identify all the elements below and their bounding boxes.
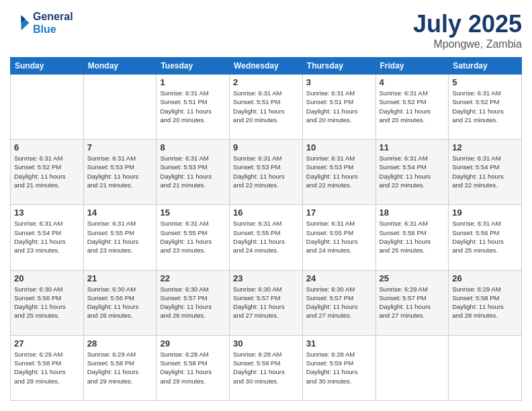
- table-row: 4Sunrise: 6:31 AM Sunset: 5:52 PM Daylig…: [375, 75, 449, 140]
- day-info: Sunrise: 6:31 AM Sunset: 5:53 PM Dayligh…: [233, 154, 299, 189]
- day-info: Sunrise: 6:31 AM Sunset: 5:55 PM Dayligh…: [233, 219, 299, 255]
- table-row: 2Sunrise: 6:31 AM Sunset: 5:51 PM Daylig…: [230, 75, 303, 140]
- day-info: Sunrise: 6:31 AM Sunset: 5:53 PM Dayligh…: [160, 154, 226, 189]
- day-info: Sunrise: 6:30 AM Sunset: 5:56 PM Dayligh…: [87, 285, 153, 320]
- table-row: 1Sunrise: 6:31 AM Sunset: 5:51 PM Daylig…: [157, 75, 230, 140]
- table-row: 31Sunrise: 6:28 AM Sunset: 5:59 PM Dayli…: [302, 335, 375, 400]
- table-row: 29Sunrise: 6:28 AM Sunset: 5:58 PM Dayli…: [157, 335, 230, 400]
- table-row: 24Sunrise: 6:30 AM Sunset: 5:57 PM Dayli…: [302, 270, 375, 335]
- day-number: 28: [87, 338, 153, 349]
- table-row: [11, 75, 84, 140]
- table-row: 9Sunrise: 6:31 AM Sunset: 5:53 PM Daylig…: [230, 140, 303, 205]
- day-number: 13: [14, 208, 80, 218]
- table-row: 30Sunrise: 6:28 AM Sunset: 5:59 PM Dayli…: [230, 335, 303, 400]
- day-number: 9: [233, 142, 299, 152]
- table-row: [449, 335, 522, 400]
- table-row: 15Sunrise: 6:31 AM Sunset: 5:55 PM Dayli…: [157, 205, 230, 270]
- day-number: 29: [160, 338, 226, 349]
- day-number: 2: [233, 77, 299, 87]
- col-wednesday: Wednesday: [230, 58, 303, 75]
- day-info: Sunrise: 6:29 AM Sunset: 5:58 PM Dayligh…: [14, 350, 80, 385]
- table-row: 5Sunrise: 6:31 AM Sunset: 5:52 PM Daylig…: [449, 75, 522, 140]
- day-number: 17: [306, 208, 372, 218]
- table-row: 20Sunrise: 6:30 AM Sunset: 5:56 PM Dayli…: [11, 270, 84, 335]
- day-info: Sunrise: 6:31 AM Sunset: 5:54 PM Dayligh…: [14, 219, 80, 255]
- col-sunday: Sunday: [11, 58, 84, 75]
- logo-text: General Blue: [33, 10, 73, 36]
- calendar-week-row: 6Sunrise: 6:31 AM Sunset: 5:52 PM Daylig…: [11, 140, 522, 205]
- day-number: 16: [233, 208, 299, 218]
- calendar-header-row: Sunday Monday Tuesday Wednesday Thursday…: [11, 58, 522, 75]
- table-row: [83, 75, 157, 140]
- table-row: 23Sunrise: 6:30 AM Sunset: 5:57 PM Dayli…: [230, 270, 303, 335]
- day-number: 10: [306, 142, 372, 152]
- table-row: 10Sunrise: 6:31 AM Sunset: 5:53 PM Dayli…: [302, 140, 375, 205]
- day-info: Sunrise: 6:31 AM Sunset: 5:53 PM Dayligh…: [87, 154, 153, 189]
- table-row: 14Sunrise: 6:31 AM Sunset: 5:55 PM Dayli…: [83, 205, 157, 270]
- table-row: 13Sunrise: 6:31 AM Sunset: 5:54 PM Dayli…: [11, 205, 84, 270]
- day-number: 11: [380, 142, 445, 152]
- logo: General Blue: [10, 10, 73, 36]
- day-number: 1: [160, 77, 226, 87]
- day-info: Sunrise: 6:31 AM Sunset: 5:51 PM Dayligh…: [160, 89, 226, 124]
- title-block: July 2025 Mpongwe, Zambia: [413, 10, 522, 50]
- table-row: 28Sunrise: 6:29 AM Sunset: 5:58 PM Dayli…: [83, 335, 157, 400]
- calendar-week-row: 13Sunrise: 6:31 AM Sunset: 5:54 PM Dayli…: [11, 205, 522, 270]
- day-number: 12: [452, 142, 518, 152]
- day-number: 31: [306, 338, 372, 349]
- day-number: 15: [160, 208, 226, 218]
- day-number: 3: [306, 77, 372, 87]
- day-number: 14: [87, 208, 153, 218]
- day-number: 25: [380, 273, 445, 283]
- day-number: 5: [452, 77, 518, 87]
- day-info: Sunrise: 6:31 AM Sunset: 5:54 PM Dayligh…: [452, 154, 518, 189]
- month-title: July 2025: [413, 10, 522, 38]
- day-info: Sunrise: 6:31 AM Sunset: 5:55 PM Dayligh…: [306, 219, 372, 255]
- table-row: 6Sunrise: 6:31 AM Sunset: 5:52 PM Daylig…: [11, 140, 84, 205]
- col-friday: Friday: [375, 58, 449, 75]
- day-info: Sunrise: 6:31 AM Sunset: 5:55 PM Dayligh…: [160, 219, 226, 255]
- day-number: 21: [87, 273, 153, 283]
- table-row: 17Sunrise: 6:31 AM Sunset: 5:55 PM Dayli…: [302, 205, 375, 270]
- day-info: Sunrise: 6:28 AM Sunset: 5:59 PM Dayligh…: [306, 350, 372, 385]
- day-number: 4: [380, 77, 445, 87]
- table-row: 19Sunrise: 6:31 AM Sunset: 5:56 PM Dayli…: [449, 205, 522, 270]
- day-number: 26: [452, 273, 518, 283]
- col-tuesday: Tuesday: [157, 58, 230, 75]
- table-row: 3Sunrise: 6:31 AM Sunset: 5:51 PM Daylig…: [302, 75, 375, 140]
- day-info: Sunrise: 6:31 AM Sunset: 5:51 PM Dayligh…: [306, 89, 372, 124]
- day-info: Sunrise: 6:31 AM Sunset: 5:52 PM Dayligh…: [380, 89, 445, 124]
- day-info: Sunrise: 6:29 AM Sunset: 5:58 PM Dayligh…: [452, 285, 518, 320]
- day-number: 8: [160, 142, 226, 152]
- table-row: 16Sunrise: 6:31 AM Sunset: 5:55 PM Dayli…: [230, 205, 303, 270]
- day-number: 7: [87, 142, 153, 152]
- logo-icon: [10, 13, 30, 33]
- day-info: Sunrise: 6:31 AM Sunset: 5:54 PM Dayligh…: [380, 154, 445, 189]
- day-info: Sunrise: 6:29 AM Sunset: 5:57 PM Dayligh…: [380, 285, 445, 320]
- calendar-week-row: 1Sunrise: 6:31 AM Sunset: 5:51 PM Daylig…: [11, 75, 522, 140]
- day-info: Sunrise: 6:28 AM Sunset: 5:59 PM Dayligh…: [233, 350, 299, 385]
- calendar-week-row: 27Sunrise: 6:29 AM Sunset: 5:58 PM Dayli…: [11, 335, 522, 400]
- day-info: Sunrise: 6:31 AM Sunset: 5:51 PM Dayligh…: [233, 89, 299, 124]
- table-row: 21Sunrise: 6:30 AM Sunset: 5:56 PM Dayli…: [83, 270, 157, 335]
- table-row: 25Sunrise: 6:29 AM Sunset: 5:57 PM Dayli…: [375, 270, 449, 335]
- table-row: 11Sunrise: 6:31 AM Sunset: 5:54 PM Dayli…: [375, 140, 449, 205]
- day-info: Sunrise: 6:30 AM Sunset: 5:56 PM Dayligh…: [14, 285, 80, 320]
- day-number: 19: [452, 208, 518, 218]
- table-row: 27Sunrise: 6:29 AM Sunset: 5:58 PM Dayli…: [11, 335, 84, 400]
- table-row: 8Sunrise: 6:31 AM Sunset: 5:53 PM Daylig…: [157, 140, 230, 205]
- day-number: 6: [14, 142, 80, 152]
- table-row: [375, 335, 449, 400]
- day-info: Sunrise: 6:30 AM Sunset: 5:57 PM Dayligh…: [306, 285, 372, 320]
- day-number: 30: [233, 338, 299, 349]
- table-row: 26Sunrise: 6:29 AM Sunset: 5:58 PM Dayli…: [449, 270, 522, 335]
- day-info: Sunrise: 6:29 AM Sunset: 5:58 PM Dayligh…: [87, 350, 153, 385]
- page: General Blue July 2025 Mpongwe, Zambia S…: [0, 0, 532, 411]
- table-row: 22Sunrise: 6:30 AM Sunset: 5:57 PM Dayli…: [157, 270, 230, 335]
- col-saturday: Saturday: [449, 58, 522, 75]
- day-info: Sunrise: 6:30 AM Sunset: 5:57 PM Dayligh…: [233, 285, 299, 320]
- col-thursday: Thursday: [302, 58, 375, 75]
- day-info: Sunrise: 6:31 AM Sunset: 5:56 PM Dayligh…: [452, 219, 518, 255]
- col-monday: Monday: [83, 58, 157, 75]
- header: General Blue July 2025 Mpongwe, Zambia: [10, 10, 522, 50]
